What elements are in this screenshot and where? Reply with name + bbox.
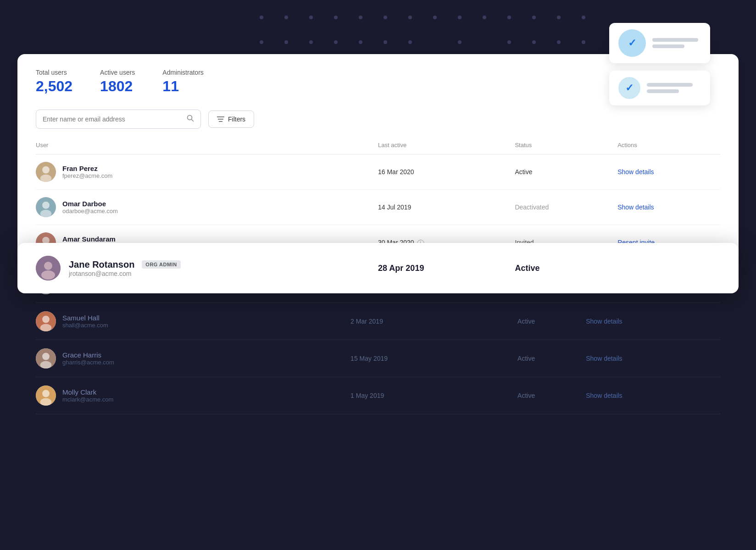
show-details-link[interactable]: Show details [586,355,622,362]
user-info: Fran Perez fperez@acme.com [62,165,112,179]
status-badge: Active [517,318,535,325]
user-avatar [36,348,56,368]
svg-point-0 [260,16,263,19]
show-details-link[interactable]: Show details [617,204,654,211]
svg-point-32 [42,166,50,174]
notif-lines-1 [652,38,698,48]
user-email: odarboe@acme.com [62,208,118,214]
notification-card-1: ✓ [609,23,710,63]
svg-point-50 [42,390,50,397]
svg-point-4 [359,16,362,19]
svg-point-18 [359,40,362,44]
last-active: 16 Mar 2020 [378,168,414,176]
table-row: Omar Darboe odarboe@acme.com 14 Jul 2019… [36,190,720,225]
col-header-actions: Actions [617,142,720,154]
user-cell: Molly Clark mclark@acme.com [36,385,350,406]
notif-line [652,44,684,48]
svg-point-20 [408,40,412,44]
notification-card-2: ✓ [609,71,710,105]
user-name: Grace Harris [62,351,114,359]
user-email: fperez@acme.com [62,172,112,179]
svg-point-22 [507,40,511,44]
stat-total-users: Total users 2,502 [36,69,72,95]
administrators-value: 11 [162,78,203,95]
user-name: Omar Darboe [62,200,118,208]
svg-point-6 [408,16,412,19]
svg-point-12 [557,16,561,19]
svg-point-23 [532,40,536,44]
show-details-link[interactable]: Show details [586,392,622,399]
user-name: Fran Perez [62,165,112,172]
user-cell: Grace Harris gharris@acme.com [36,348,350,368]
svg-point-10 [507,16,511,19]
check-circle-large: ✓ [618,29,646,57]
status-badge: Active [517,355,535,362]
search-row: Filters [36,110,720,129]
last-active: 14 Jul 2019 [378,204,411,211]
show-details-link[interactable]: Show details [586,318,622,325]
svg-point-16 [309,40,313,44]
jane-row: Jane Rotanson ORG ADMIN jrotanson@acme.c… [36,256,720,280]
check-circle-small: ✓ [618,77,640,99]
svg-point-14 [260,40,263,44]
col-header-last-active: Last active [378,142,515,154]
table-row: Molly Clark mclark@acme.com 1 May 2019 A… [36,377,720,414]
user-avatar [36,162,56,182]
user-cell: Fran Perez fperez@acme.com [36,162,378,182]
user-info: Samuel Hall shall@acme.com [62,314,108,329]
svg-point-47 [42,353,50,360]
svg-point-33 [40,175,52,182]
status-badge: Deactivated [515,204,549,211]
active-users-label: Active users [100,69,135,76]
svg-point-5 [384,16,387,19]
user-email: gharris@acme.com [62,359,114,366]
filters-button[interactable]: Filters [208,110,254,128]
administrators-label: Administrators [162,69,203,76]
user-info: Grace Harris gharris@acme.com [62,351,114,366]
svg-point-51 [40,398,52,406]
svg-point-21 [458,40,461,44]
user-avatar [36,311,56,331]
status-badge: Active [517,392,535,399]
jane-user-cell: Jane Rotanson ORG ADMIN jrotanson@acme.c… [36,256,378,280]
svg-point-9 [483,16,486,19]
jane-name-row: Jane Rotanson ORG ADMIN [69,259,181,270]
jane-status: Active [515,264,539,273]
user-cell: Samuel Hall shall@acme.com [36,311,350,331]
total-users-label: Total users [36,69,72,76]
svg-point-15 [284,40,288,44]
show-details-link[interactable]: Show details [617,168,654,176]
notif-line [647,89,679,93]
search-icon [187,115,194,124]
last-active: 15 May 2019 [350,355,388,362]
svg-point-7 [433,16,437,19]
svg-point-17 [334,40,338,44]
jane-user-info: Jane Rotanson ORG ADMIN jrotanson@acme.c… [69,259,181,277]
jane-avatar [36,256,61,280]
svg-point-1 [284,16,288,19]
notification-cards: ✓ ✓ [609,23,710,105]
svg-point-48 [40,361,52,368]
last-active: 2 Mar 2019 [350,318,383,325]
status-badge: Active [515,168,532,176]
jane-last-active: 28 Apr 2019 [378,264,424,273]
last-active: 1 May 2019 [350,392,384,399]
notif-line [652,38,698,42]
user-avatar [36,197,56,217]
search-input[interactable] [43,116,182,123]
total-users-value: 2,502 [36,78,72,95]
notif-line [647,83,693,87]
svg-point-24 [557,40,561,44]
filter-icon [217,116,224,122]
jane-name: Jane Rotanson [69,259,134,270]
col-header-status: Status [515,142,617,154]
filters-label: Filters [228,116,245,123]
search-box[interactable] [36,110,201,129]
user-email: shall@acme.com [62,322,108,329]
user-avatar [36,385,56,406]
checkmark-icon: ✓ [625,82,634,94]
svg-point-45 [40,324,52,331]
jane-email: jrotanson@acme.com [69,270,181,277]
svg-point-2 [309,16,313,19]
active-users-value: 1802 [100,78,135,95]
